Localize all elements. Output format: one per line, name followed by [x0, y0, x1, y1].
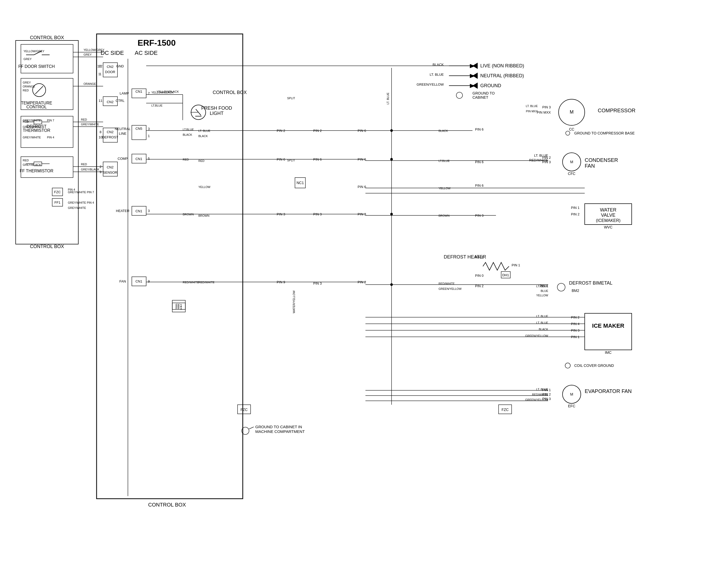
ff-therm-label: FF THERMISTOR — [20, 169, 53, 173]
neutral-label: NEUTRAL — [115, 127, 131, 131]
grey-white-pin7: GREY/WHITE PIN 7 — [68, 191, 94, 194]
wire-brown-mid: BROWN — [198, 214, 209, 217]
pin3-brown: PIN 3 — [475, 214, 484, 217]
ground-to-cabinet-label2: CABINET — [472, 95, 489, 99]
ctrl-label: CTRL — [116, 99, 124, 102]
defrost-label-conn: DEFROST — [102, 135, 118, 139]
wire-green-yellow: GREEN/YELLOW — [417, 83, 444, 87]
cfc-label: CFC — [568, 171, 575, 176]
pin3-int2: PIN 3 — [313, 281, 322, 285]
lt-blue-im: LT. BLUE — [536, 315, 548, 318]
wire-red-sensor: RED — [81, 163, 87, 166]
wire-green-yellow-right: GREEN/YELLOW — [439, 287, 462, 290]
lt-blue-ef: LT. BLUE — [536, 388, 548, 391]
cn5-neutral: CN5 — [136, 127, 142, 131]
ground-to-cabinet-label: GROUND TO — [472, 91, 495, 95]
pin7-left: PIN 7 — [47, 119, 54, 122]
pin4-left: PIN 4 — [47, 136, 54, 139]
wire-gb-sensor: GREY/BLACK — [81, 168, 99, 171]
pin3-int: PIN 3 — [313, 212, 322, 216]
pin6-right-yellow: PIN 6 — [358, 185, 366, 189]
svg-point-79 — [390, 283, 393, 286]
wire-brown: BROWN — [183, 213, 194, 216]
cn1-lamp: CN1 — [136, 90, 142, 93]
fresh-food-light-label: FRESH FOOD — [201, 105, 232, 111]
yb-wire: YELLOW/BLACK — [151, 91, 174, 94]
gnd-label: GND — [116, 64, 124, 68]
wire-lt-blue-right: LT.BLUE — [439, 159, 450, 162]
gy-ef: GREEN/YELLOW — [525, 398, 548, 401]
lt-blue-bm: LT. BLUE — [536, 285, 548, 288]
wire-grey-white2: GREY/WHITE — [23, 136, 41, 139]
pin3-ac: 3 — [148, 127, 149, 131]
condenser-fan-label: CONDENSER — [585, 157, 618, 163]
control-box-bottom-label: CONTROL BOX — [148, 502, 186, 508]
control-box-center: CONTROL BOX — [213, 90, 247, 95]
pin6-blk: PIN 6 — [475, 127, 484, 131]
wire-grey-top: GREY — [84, 53, 92, 56]
lt-blue-vertical: LT. BLUE — [386, 92, 389, 104]
ff1-left: FF1 — [54, 201, 60, 205]
pin10: 10 — [99, 135, 102, 139]
defrost-bimetal-label: DEFROST BIMETAL — [569, 280, 612, 286]
temp-control-label2: CONTROL — [26, 105, 47, 109]
lt-blue-im2: LT. BLUE — [536, 321, 548, 324]
wire-yellow-grey: YELLOW/GREY — [23, 50, 45, 53]
pin1-dc: 1 — [98, 72, 100, 76]
control-box-label-bottom: CONTROL BOX — [30, 244, 64, 249]
cn2-defrost: CN2 — [107, 130, 114, 134]
cn1-fan: CN1 — [136, 279, 142, 283]
pin-mxx: PIN MXX — [526, 110, 538, 113]
svg-point-76 — [390, 129, 393, 132]
wire-red-defrost: RED — [81, 118, 87, 121]
split-text: SPLIT — [287, 159, 295, 162]
nc1-label: NC1 — [297, 181, 304, 185]
wire-red-pin7: RED — [23, 120, 29, 123]
control-box-label-left: CONTROL BOX — [30, 35, 64, 40]
ground-label: GROUND — [480, 83, 501, 88]
pin6-int: PIN 6 — [313, 158, 322, 161]
pin6-yellow: PIN 6 — [475, 184, 484, 187]
wire-gw-defrost: GREY/WHITE — [81, 123, 99, 126]
pin6-lt-blue-2: PIN 6 — [475, 255, 484, 259]
neutral-ribbed-label: NEUTRAL (RIBBED) — [480, 73, 524, 78]
pin2-wv: PIN 2 — [571, 212, 579, 216]
pin3-heater: 3 — [148, 209, 149, 213]
fan-label: FAN — [119, 279, 126, 283]
lt-blue-comp: LT. BLUE — [526, 104, 538, 108]
evap-fan-motor: M — [570, 392, 573, 396]
fzc-label-mid: FZC — [240, 407, 247, 412]
efc-label: EFC — [568, 404, 575, 408]
pin11: 11 — [99, 99, 102, 102]
pin0-black: PIN 0 — [475, 274, 484, 278]
gnd-machine-label1: GROUND TO CABINET IN — [255, 425, 302, 429]
pin1-wv: PIN 1 — [571, 206, 579, 210]
wire-black-1: BLACK — [183, 133, 192, 136]
bm2-label: BM2 — [572, 288, 579, 293]
defrost-therm-label2: THERMISTOR — [23, 128, 50, 133]
split-text2: SPLIT — [287, 97, 295, 100]
wire-grey: GREY — [23, 57, 32, 61]
fzc-left: FZC — [54, 190, 61, 194]
cn1-comp: CN1 — [136, 157, 142, 161]
line-label: LINE — [119, 132, 126, 136]
wire-lt-blue-neutral: LT. BLUE — [430, 73, 444, 76]
wire-yellow-mid: YELLOW — [198, 185, 210, 189]
pin8: 8 — [99, 130, 101, 134]
water-valve-label: WATER — [600, 207, 617, 213]
svg-point-77 — [390, 158, 393, 161]
pin6-lt-blue: PIN 6 — [475, 160, 484, 164]
wire-black-mid: BLACK — [198, 135, 208, 138]
erf-title: ERF-1500 — [138, 38, 176, 48]
wire-red-comp: RED — [183, 158, 189, 161]
wire-red2: RED — [23, 159, 29, 162]
green-yellow-im: GREEN/YELLOW — [525, 334, 548, 337]
pin1-dh: PIN 1 — [512, 263, 520, 267]
coil-cover-ground-label: COIL COVER GROUND — [574, 363, 614, 368]
lamp-label: LAMP — [120, 91, 129, 95]
cn2-door: CN2 — [107, 65, 114, 69]
compressor-motor-symbol: M — [570, 110, 574, 115]
grey-white-out: GREY/WHITE — [68, 206, 86, 209]
wire-red-mid: RED — [198, 159, 205, 162]
wire-redwhite: RED/WHITE — [183, 281, 199, 284]
